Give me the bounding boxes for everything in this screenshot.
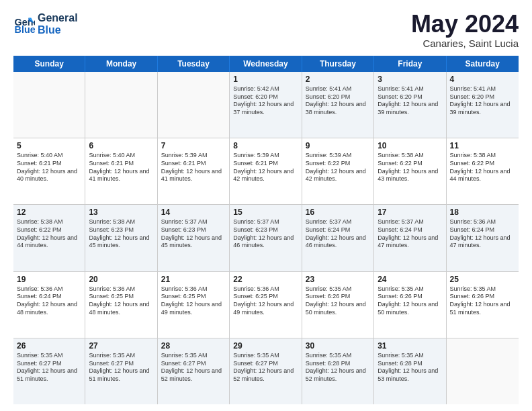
day-number-24: 24 xyxy=(378,275,442,284)
day-info-15: Sunrise: 5:37 AMSunset: 6:23 PMDaylight:… xyxy=(233,218,298,250)
page: General Blue General Blue May 2024 Canar… xyxy=(0,0,532,411)
day-number-17: 17 xyxy=(378,208,442,217)
calendar-row-4: 26Sunrise: 5:35 AMSunset: 6:27 PMDayligh… xyxy=(13,338,519,404)
logo-text: General Blue xyxy=(38,12,78,36)
day-number-31: 31 xyxy=(378,341,442,351)
day-info-25: Sunrise: 5:35 AMSunset: 6:26 PMDaylight:… xyxy=(450,285,515,317)
subtitle: Canaries, Saint Lucia xyxy=(411,38,519,49)
day-number-18: 18 xyxy=(450,208,515,217)
header-saturday: Saturday xyxy=(447,56,519,72)
logo-icon: General Blue xyxy=(13,13,35,35)
calendar-cell-2-0: 12Sunrise: 5:38 AMSunset: 6:22 PMDayligh… xyxy=(13,205,85,271)
calendar-cell-2-3: 15Sunrise: 5:37 AMSunset: 6:23 PMDayligh… xyxy=(230,205,302,271)
header-friday: Friday xyxy=(374,56,446,72)
day-number-2: 2 xyxy=(306,75,370,84)
title-area: May 2024 Canaries, Saint Lucia xyxy=(411,12,519,49)
day-number-25: 25 xyxy=(450,275,515,284)
day-info-26: Sunrise: 5:35 AMSunset: 6:27 PMDaylight:… xyxy=(17,352,81,383)
day-number-19: 19 xyxy=(17,275,81,284)
day-number-6: 6 xyxy=(89,141,153,150)
day-info-16: Sunrise: 5:37 AMSunset: 6:24 PMDaylight:… xyxy=(306,218,370,250)
calendar-cell-0-3: 1Sunrise: 5:42 AMSunset: 6:20 PMDaylight… xyxy=(230,72,302,138)
day-number-12: 12 xyxy=(17,208,81,217)
calendar-cell-3-1: 20Sunrise: 5:36 AMSunset: 6:25 PMDayligh… xyxy=(85,272,157,338)
day-info-1: Sunrise: 5:42 AMSunset: 6:20 PMDaylight:… xyxy=(233,85,298,117)
calendar-cell-1-0: 5Sunrise: 5:40 AMSunset: 6:21 PMDaylight… xyxy=(13,138,85,204)
day-number-30: 30 xyxy=(306,341,370,351)
day-number-13: 13 xyxy=(89,208,153,217)
calendar-cell-3-4: 23Sunrise: 5:35 AMSunset: 6:26 PMDayligh… xyxy=(302,272,374,338)
calendar-cell-4-5: 31Sunrise: 5:35 AMSunset: 6:28 PMDayligh… xyxy=(374,338,446,404)
calendar-cell-0-0 xyxy=(13,72,85,138)
day-info-27: Sunrise: 5:35 AMSunset: 6:27 PMDaylight:… xyxy=(89,352,153,383)
day-info-20: Sunrise: 5:36 AMSunset: 6:25 PMDaylight:… xyxy=(89,285,153,317)
calendar: Sunday Monday Tuesday Wednesday Thursday… xyxy=(13,56,519,404)
calendar-cell-4-3: 29Sunrise: 5:35 AMSunset: 6:27 PMDayligh… xyxy=(230,338,302,404)
calendar-cell-1-4: 9Sunrise: 5:39 AMSunset: 6:22 PMDaylight… xyxy=(302,138,374,204)
calendar-cell-1-3: 8Sunrise: 5:39 AMSunset: 6:21 PMDaylight… xyxy=(230,138,302,204)
calendar-cell-4-1: 27Sunrise: 5:35 AMSunset: 6:27 PMDayligh… xyxy=(85,338,157,404)
day-number-20: 20 xyxy=(89,275,153,284)
calendar-cell-3-5: 24Sunrise: 5:35 AMSunset: 6:26 PMDayligh… xyxy=(374,272,446,338)
day-info-13: Sunrise: 5:38 AMSunset: 6:23 PMDaylight:… xyxy=(89,218,153,250)
day-info-23: Sunrise: 5:35 AMSunset: 6:26 PMDaylight:… xyxy=(306,285,370,317)
calendar-cell-1-1: 6Sunrise: 5:40 AMSunset: 6:21 PMDaylight… xyxy=(85,138,157,204)
day-number-9: 9 xyxy=(306,141,370,150)
day-number-26: 26 xyxy=(17,341,81,351)
calendar-cell-2-2: 14Sunrise: 5:37 AMSunset: 6:23 PMDayligh… xyxy=(158,205,230,271)
day-info-31: Sunrise: 5:35 AMSunset: 6:28 PMDaylight:… xyxy=(378,352,442,383)
header-monday: Monday xyxy=(85,56,157,72)
day-number-1: 1 xyxy=(233,75,298,84)
calendar-cell-0-4: 2Sunrise: 5:41 AMSunset: 6:20 PMDaylight… xyxy=(302,72,374,138)
day-info-29: Sunrise: 5:35 AMSunset: 6:27 PMDaylight:… xyxy=(233,352,298,383)
day-number-21: 21 xyxy=(161,275,226,284)
day-number-23: 23 xyxy=(306,275,370,284)
day-number-15: 15 xyxy=(233,208,298,217)
day-number-7: 7 xyxy=(161,141,226,150)
month-title: May 2024 xyxy=(411,12,519,36)
day-info-7: Sunrise: 5:39 AMSunset: 6:21 PMDaylight:… xyxy=(161,152,226,183)
day-info-10: Sunrise: 5:38 AMSunset: 6:22 PMDaylight:… xyxy=(378,152,442,183)
day-number-3: 3 xyxy=(378,75,442,84)
day-info-9: Sunrise: 5:39 AMSunset: 6:22 PMDaylight:… xyxy=(306,152,370,183)
day-info-4: Sunrise: 5:41 AMSunset: 6:20 PMDaylight:… xyxy=(450,85,515,117)
calendar-cell-4-4: 30Sunrise: 5:35 AMSunset: 6:28 PMDayligh… xyxy=(302,338,374,404)
calendar-row-2: 12Sunrise: 5:38 AMSunset: 6:22 PMDayligh… xyxy=(13,205,519,271)
calendar-cell-0-5: 3Sunrise: 5:41 AMSunset: 6:20 PMDaylight… xyxy=(374,72,446,138)
day-number-22: 22 xyxy=(233,275,298,284)
day-number-27: 27 xyxy=(89,341,153,351)
header-tuesday: Tuesday xyxy=(158,56,230,72)
day-info-21: Sunrise: 5:36 AMSunset: 6:25 PMDaylight:… xyxy=(161,285,226,317)
calendar-cell-1-2: 7Sunrise: 5:39 AMSunset: 6:21 PMDaylight… xyxy=(158,138,230,204)
day-info-12: Sunrise: 5:38 AMSunset: 6:22 PMDaylight:… xyxy=(17,218,81,250)
day-info-5: Sunrise: 5:40 AMSunset: 6:21 PMDaylight:… xyxy=(17,152,81,183)
calendar-cell-2-1: 13Sunrise: 5:38 AMSunset: 6:23 PMDayligh… xyxy=(85,205,157,271)
day-number-16: 16 xyxy=(306,208,370,217)
calendar-row-1: 5Sunrise: 5:40 AMSunset: 6:21 PMDaylight… xyxy=(13,138,519,205)
header-sunday: Sunday xyxy=(13,56,85,72)
calendar-cell-1-5: 10Sunrise: 5:38 AMSunset: 6:22 PMDayligh… xyxy=(374,138,446,204)
day-info-19: Sunrise: 5:36 AMSunset: 6:24 PMDaylight:… xyxy=(17,285,81,317)
calendar-cell-4-6 xyxy=(447,338,519,404)
day-info-28: Sunrise: 5:35 AMSunset: 6:27 PMDaylight:… xyxy=(161,352,226,383)
day-info-30: Sunrise: 5:35 AMSunset: 6:28 PMDaylight:… xyxy=(306,352,370,383)
calendar-cell-3-2: 21Sunrise: 5:36 AMSunset: 6:25 PMDayligh… xyxy=(158,272,230,338)
calendar-body: 1Sunrise: 5:42 AMSunset: 6:20 PMDaylight… xyxy=(13,72,519,404)
day-number-14: 14 xyxy=(161,208,226,217)
day-info-6: Sunrise: 5:40 AMSunset: 6:21 PMDaylight:… xyxy=(89,152,153,183)
day-info-3: Sunrise: 5:41 AMSunset: 6:20 PMDaylight:… xyxy=(378,85,442,117)
calendar-cell-1-6: 11Sunrise: 5:38 AMSunset: 6:22 PMDayligh… xyxy=(447,138,519,204)
calendar-cell-3-6: 25Sunrise: 5:35 AMSunset: 6:26 PMDayligh… xyxy=(447,272,519,338)
calendar-cell-2-4: 16Sunrise: 5:37 AMSunset: 6:24 PMDayligh… xyxy=(302,205,374,271)
calendar-cell-2-5: 17Sunrise: 5:37 AMSunset: 6:24 PMDayligh… xyxy=(374,205,446,271)
calendar-row-3: 19Sunrise: 5:36 AMSunset: 6:24 PMDayligh… xyxy=(13,272,519,338)
day-info-17: Sunrise: 5:37 AMSunset: 6:24 PMDaylight:… xyxy=(378,218,442,250)
day-info-11: Sunrise: 5:38 AMSunset: 6:22 PMDaylight:… xyxy=(450,152,515,183)
header-thursday: Thursday xyxy=(302,56,374,72)
header: General Blue General Blue May 2024 Canar… xyxy=(13,12,519,49)
svg-text:Blue: Blue xyxy=(15,24,35,34)
calendar-cell-2-6: 18Sunrise: 5:36 AMSunset: 6:24 PMDayligh… xyxy=(447,205,519,271)
day-info-22: Sunrise: 5:36 AMSunset: 6:25 PMDaylight:… xyxy=(233,285,298,317)
day-number-10: 10 xyxy=(378,141,442,150)
day-info-8: Sunrise: 5:39 AMSunset: 6:21 PMDaylight:… xyxy=(233,152,298,183)
